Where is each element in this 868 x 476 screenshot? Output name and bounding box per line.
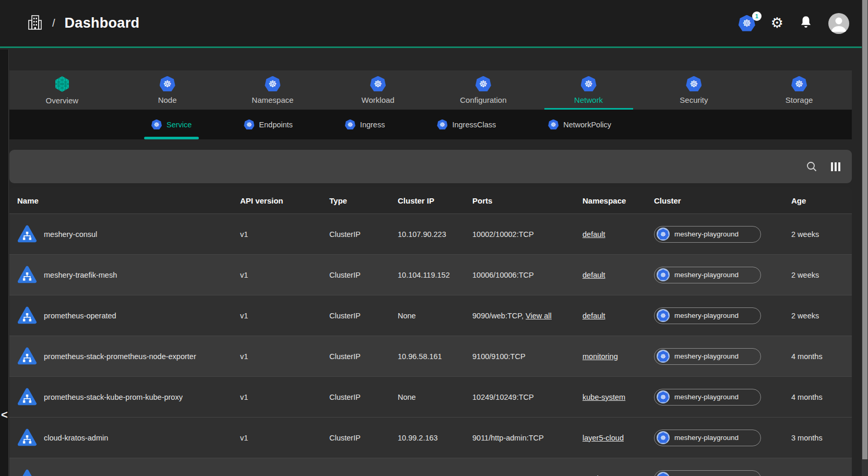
col-header-ports: Ports <box>472 196 582 205</box>
notifications-bell-icon[interactable] <box>799 15 813 32</box>
dashboard-content: Overview ☸ Node ☸ Namespace ☸ Workload ☸… <box>0 48 868 476</box>
kubernetes-icon: ☸ <box>581 76 597 92</box>
kubernetes-icon: ☸ <box>791 76 807 92</box>
subtab-endpoints[interactable]: ☸ Endpoints <box>236 110 300 139</box>
api-version: v1 <box>240 352 329 361</box>
view-all-ports-link[interactable]: View all <box>526 312 552 320</box>
cluster-ip: 10.99.2.163 <box>398 434 472 442</box>
cluster-ip: 10.107.90.223 <box>398 230 472 239</box>
view-columns-button[interactable] <box>831 162 841 171</box>
sidebar-collapse-chevron-icon[interactable]: < <box>0 404 9 425</box>
service-name: prometheus-stack-kube-prom-kube-proxy <box>44 393 183 401</box>
kubernetes-icon: ☸ <box>475 76 491 92</box>
search-icon <box>806 161 817 172</box>
kubernetes-icon: ☸ <box>548 120 558 130</box>
col-header-namespace: Namespace <box>582 196 654 205</box>
age: 4 months <box>791 352 836 361</box>
namespace-link[interactable]: default <box>582 230 605 239</box>
table-row[interactable]: meshery-traefik-mesh v1 ClusterIP 10.104… <box>9 254 852 295</box>
resource-tabbar: Overview ☸ Node ☸ Namespace ☸ Workload ☸… <box>9 70 852 110</box>
kubernetes-context-button[interactable]: ☸ 1 <box>739 15 755 32</box>
ports: 9090/web:TCP, <box>472 312 524 320</box>
service-resource-icon <box>17 388 37 407</box>
col-header-name: Name <box>9 196 240 205</box>
tab-workload[interactable]: ☸ Workload <box>325 70 431 110</box>
kubernetes-icon: ☸ <box>265 76 280 92</box>
namespace-link[interactable]: default <box>582 312 605 320</box>
service-type: ClusterIP <box>329 312 398 320</box>
service-type: ClusterIP <box>329 434 398 442</box>
organization-icon[interactable] <box>27 14 43 33</box>
age: 2 weeks <box>791 230 836 239</box>
settings-gear-icon[interactable]: ⚙ <box>771 16 783 30</box>
cluster-chip[interactable]: ☸ meshery-playground <box>654 389 761 406</box>
breadcrumb-separator: / <box>52 17 55 29</box>
kubernetes-icon: ☸ <box>657 309 670 322</box>
table-row[interactable]: prometheus-operated v1 ClusterIP None 90… <box>9 295 852 336</box>
kubernetes-icon: ☸ <box>657 350 670 363</box>
services-table: Name API version Type Cluster IP Ports N… <box>9 187 852 476</box>
vertical-scrollbar[interactable] <box>862 0 868 476</box>
cluster-name: meshery-playground <box>674 352 739 360</box>
service-name: meshery-traefik-mesh <box>44 271 117 279</box>
ports: 9011/http-admin:TCP <box>472 434 544 442</box>
cluster-chip[interactable]: ☸ meshery-playground <box>654 307 761 324</box>
service-resource-icon <box>17 266 37 284</box>
cluster-chip[interactable]: ☸ meshery-playground <box>654 430 761 446</box>
col-header-age: Age <box>791 196 836 205</box>
api-version: v1 <box>240 230 329 239</box>
namespace-link[interactable]: meshery- <box>582 474 614 476</box>
subtab-ingressclass[interactable]: ☸ IngressClass <box>430 110 503 139</box>
tab-overview[interactable]: Overview <box>9 70 115 110</box>
service-type: ClusterIP <box>329 393 398 401</box>
namespace-link[interactable]: kube-system <box>582 393 625 401</box>
collapsed-sidebar-rail: < <box>0 50 9 476</box>
cluster-chip[interactable]: ☸ <box>654 470 761 476</box>
cluster-chip[interactable]: ☸ meshery-playground <box>654 348 761 365</box>
table-row[interactable]: meshery-consul v1 ClusterIP 10.107.90.22… <box>9 213 852 254</box>
tab-configuration[interactable]: ☸ Configuration <box>431 70 536 110</box>
kubernetes-icon: ☸ <box>370 76 386 92</box>
kubernetes-icon: ☸ <box>657 228 670 241</box>
subtab-ingress[interactable]: ☸ Ingress <box>338 110 393 139</box>
table-row[interactable]: prometheus-stack-prometheus-node-exporte… <box>9 336 852 376</box>
table-row[interactable]: cloud-kratos-admin v1 ClusterIP 10.99.2.… <box>9 417 852 458</box>
kubernetes-icon: ☸ <box>244 120 254 130</box>
top-header: / Dashboard ☸ 1 ⚙ <box>0 0 868 48</box>
kubernetes-icon: ☸ <box>657 390 670 403</box>
tab-storage[interactable]: ☸ Storage <box>746 70 852 110</box>
cluster-ip: 10.96.58.161 <box>398 352 472 361</box>
cluster-chip[interactable]: ☸ meshery-playground <box>654 226 761 243</box>
kubernetes-icon: ☸ <box>160 76 175 92</box>
col-header-cluster: Cluster <box>654 196 791 205</box>
tab-node[interactable]: ☸ Node <box>115 70 220 110</box>
service-type: ClusterIP <box>329 352 398 361</box>
namespace-link[interactable]: default <box>582 271 605 279</box>
tab-security[interactable]: ☸ Security <box>641 70 747 110</box>
namespace-link[interactable]: monitoring <box>582 352 618 361</box>
network-subtabbar: ☸ Service ☸ Endpoints ☸ Ingress ☸ Ingres… <box>9 110 852 139</box>
search-button[interactable] <box>806 161 817 172</box>
cluster-chip[interactable]: ☸ meshery-playground <box>654 267 761 283</box>
tab-network[interactable]: ☸ Network <box>536 70 641 110</box>
subtab-service[interactable]: ☸ Service <box>144 110 199 139</box>
table-header-row: Name API version Type Cluster IP Ports N… <box>9 187 852 213</box>
scrollbar-thumb[interactable] <box>862 0 867 459</box>
subtab-networkpolicy[interactable]: ☸ NetworkPolicy <box>541 110 619 139</box>
table-row[interactable]: prometheus-stack-kube-prom-kube-proxy v1… <box>9 376 852 417</box>
cluster-name: meshery-playground <box>674 230 739 238</box>
service-type: ClusterIP <box>329 230 398 239</box>
kubernetes-icon: ☸ <box>657 472 670 476</box>
col-header-cluster-ip: Cluster IP <box>398 196 472 205</box>
age: 2 weeks <box>791 312 836 320</box>
service-name: prometheus-stack-prometheus-node-exporte… <box>44 352 196 361</box>
api-version: v1 <box>240 271 329 279</box>
service-resource-icon <box>17 225 37 244</box>
namespace-link[interactable]: layer5-cloud <box>582 434 624 442</box>
cluster-name: meshery-playground <box>674 312 739 319</box>
service-name: cloud-kratos-admin <box>44 434 108 442</box>
tab-namespace[interactable]: ☸ Namespace <box>220 70 326 110</box>
col-header-api-version: API version <box>240 196 329 205</box>
user-avatar[interactable] <box>828 13 849 34</box>
table-row[interactable]: meshery- ☸ <box>9 458 852 476</box>
